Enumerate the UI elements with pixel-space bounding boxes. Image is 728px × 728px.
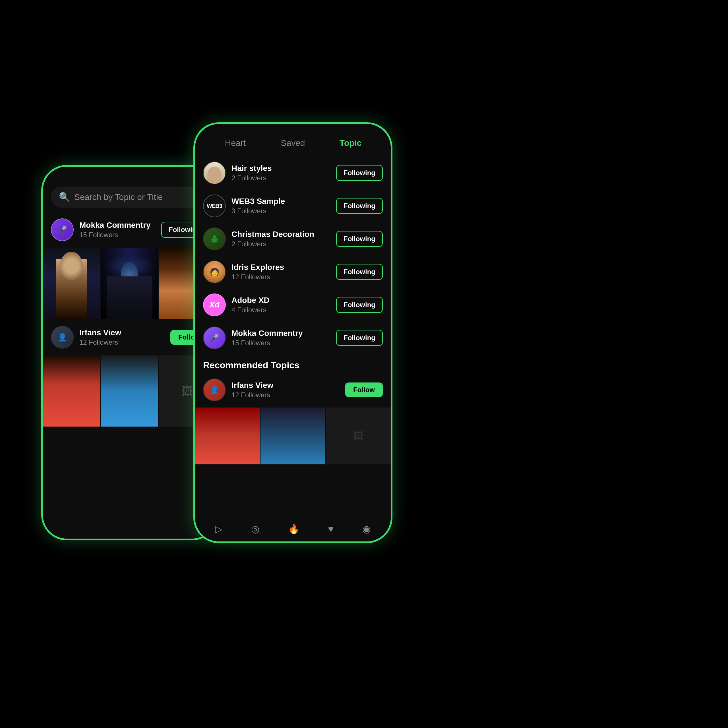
nav-fire-icon[interactable]: 🔥 [288,523,300,534]
batman-img [101,248,158,319]
person-img-2 [101,355,158,427]
irfans-image-grid: 🖼 [43,355,216,427]
right-topic-hair: Hair styles 2 Followers Following [195,156,391,190]
topic-followers-irfans-rec: 12 Followers [231,391,340,399]
avatar-mokka-left: 🎤 [51,219,73,241]
avatar-idris: 🧑 [203,260,226,283]
tab-heart[interactable]: Heart [206,135,264,151]
topic-name-mokka: Mokka Commentry [80,221,156,230]
topic-name-xd: Adobe XD [231,296,330,305]
right-topic-xd: Xd Adobe XD 4 Followers Following [195,288,391,321]
topic-followers-hair: 2 Followers [231,174,330,182]
right-scroll[interactable]: Hair styles 2 Followers Following WEB3 W… [195,156,391,540]
left-scroll[interactable]: 🔍 Search by Topic or Title 🎤 Mokka Comme… [43,178,216,513]
topic-followers-idris: 12 Followers [231,273,330,281]
topic-name-web3: WEB3 Sample [231,197,330,206]
preview-empty: 🖼 [326,407,391,464]
preview-cell-3: 🖼 [326,407,391,464]
topic-info-web3: WEB3 Sample 3 Followers [231,197,330,215]
topic-info-hair: Hair styles 2 Followers [231,164,330,182]
topic-info-mokka: Mokka Commentry 15 Followers [80,221,156,239]
topic-info-mokka-right: Mokka Commentry 15 Followers [231,329,330,347]
topic-followers-web3: 3 Followers [231,207,330,215]
left-topic-row-mokka: 🎤 Mokka Commentry 15 Followers Following [43,213,216,246]
tabs-row: Heart Saved Topic [195,133,391,156]
topic-followers-xd: 4 Followers [231,306,330,314]
bottom-nav: ▷ ◎ 🔥 ♥ ◉ [195,516,391,541]
avatar-christmas: 🌲 [203,228,226,250]
tab-saved[interactable]: Saved [264,135,322,151]
tab-topic[interactable]: Topic [322,135,379,151]
right-topic-christmas: 🌲 Christmas Decoration 2 Followers Follo… [195,222,391,255]
witcher-cell-2 [101,248,158,319]
left-topic-row-irfans: 👤 Irfans View 12 Followers Follow [43,321,216,354]
topic-followers-irfans: 12 Followers [80,338,165,346]
topic-info-christmas: Christmas Decoration 2 Followers [231,230,330,248]
topic-name-hair: Hair styles [231,164,330,173]
person-cell-2 [101,355,158,427]
search-icon: 🔍 [59,192,70,202]
following-btn-mokka-right[interactable]: Following [336,330,383,346]
topic-followers-mokka: 15 Followers [80,231,156,239]
topic-name-mokka-right: Mokka Commentry [231,329,330,338]
topic-info-irfans: Irfans View 12 Followers [80,328,165,346]
topic-info-xd: Adobe XD 4 Followers [231,296,330,314]
follow-btn-irfans-rec[interactable]: Follow [345,382,383,397]
right-topic-web3: WEB3 WEB3 Sample 3 Followers Following [195,190,391,222]
right-topic-mokka: 🎤 Mokka Commentry 15 Followers Following [195,321,391,354]
witcher-image-grid [43,248,216,319]
nav-compass-icon[interactable]: ◎ [251,523,260,535]
preview-person-1 [195,407,260,464]
avatar-web3: WEB3 [203,194,226,217]
nav-heart-icon[interactable]: ♥ [328,523,333,534]
topic-name-irfans: Irfans View [80,328,165,337]
topic-info-idris: Idris Explores 12 Followers [231,263,330,281]
following-btn-christmas[interactable]: Following [336,231,383,247]
phone-left: 🔍 Search by Topic or Title 🎤 Mokka Comme… [41,165,217,540]
avatar-irfans-left: 👤 [51,326,73,349]
preview-person-2 [260,407,325,464]
person-cell-1 [43,355,100,427]
preview-cell-2 [260,407,325,464]
topic-followers-mokka-right: 15 Followers [231,339,330,347]
nav-play-icon[interactable]: ▷ [215,523,222,535]
nav-profile-icon[interactable]: ◉ [362,523,371,535]
following-btn-idris[interactable]: Following [336,264,383,280]
search-bar[interactable]: 🔍 Search by Topic or Title [51,187,208,208]
avatar-hair [203,162,226,184]
preview-grid: 🖼 [195,407,391,464]
topic-followers-christmas: 2 Followers [231,240,330,248]
preview-cell-1 [195,407,260,464]
person-img-1 [43,355,100,427]
avatar-xd: Xd [203,294,226,316]
right-topic-irfans-rec: 👤 Irfans View 12 Followers Follow [195,373,391,406]
topic-name-idris: Idris Explores [231,263,330,272]
topic-info-irfans-rec: Irfans View 12 Followers [231,381,340,399]
topic-name-irfans-rec: Irfans View [231,381,340,390]
following-btn-xd[interactable]: Following [336,297,383,313]
witcher-cell-1 [43,248,100,319]
search-placeholder: Search by Topic or Title [74,192,163,202]
recommended-title: Recommended Topics [195,354,391,373]
right-topic-idris: 🧑 Idris Explores 12 Followers Following [195,255,391,288]
following-btn-web3[interactable]: Following [336,198,383,214]
avatar-mokka-right: 🎤 [203,326,226,349]
avatar-irfans-right: 👤 [203,378,226,401]
scene: 🔍 Search by Topic or Title 🎤 Mokka Comme… [0,0,728,728]
phone-right: Heart Saved Topic Hair styles 2 Follower… [193,122,392,543]
witcher-img [43,248,100,319]
topic-name-christmas: Christmas Decoration [231,230,330,239]
following-btn-hair[interactable]: Following [336,165,383,181]
